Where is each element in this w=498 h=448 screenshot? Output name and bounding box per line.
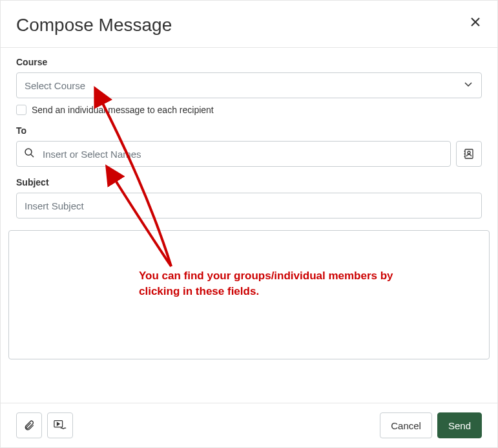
modal-header: Compose Message: [1, 1, 497, 48]
message-body-input[interactable]: [8, 230, 490, 359]
address-book-icon: [463, 148, 475, 160]
send-button[interactable]: Send: [437, 412, 482, 438]
close-button[interactable]: [469, 15, 482, 30]
svg-point-5: [468, 151, 470, 154]
media-icon: [54, 420, 67, 431]
attach-button[interactable]: [16, 412, 42, 438]
course-select[interactable]: Select Course: [16, 72, 482, 98]
address-book-button[interactable]: [456, 141, 482, 167]
footer-right-actions: Cancel Send: [380, 412, 482, 438]
media-button[interactable]: [47, 412, 73, 438]
message-area-container: [1, 230, 497, 362]
close-icon: [470, 17, 481, 27]
paperclip-icon: [23, 420, 35, 431]
to-field-group: To: [16, 125, 482, 167]
course-field-group: Course Select Course Send an individual …: [16, 57, 482, 115]
course-select-value: Select Course: [25, 80, 85, 91]
compose-message-modal: Compose Message Course Select Course: [0, 0, 498, 448]
modal-body: Course Select Course Send an individual …: [1, 48, 497, 230]
course-label: Course: [16, 57, 482, 67]
modal-footer: Cancel Send: [1, 403, 497, 447]
individual-checkbox-label: Send an individual message to each recip…: [32, 105, 214, 115]
footer-left-tools: [16, 412, 73, 438]
individual-checkbox-row: Send an individual message to each recip…: [16, 105, 482, 115]
svg-marker-10: [57, 422, 59, 425]
individual-checkbox[interactable]: [16, 105, 26, 115]
to-input[interactable]: [16, 141, 451, 167]
subject-label: Subject: [16, 177, 482, 187]
to-label: To: [16, 125, 482, 136]
subject-field-group: Subject: [16, 177, 482, 219]
subject-input[interactable]: [16, 193, 482, 219]
cancel-button[interactable]: Cancel: [380, 412, 432, 438]
modal-title: Compose Message: [16, 15, 172, 36]
